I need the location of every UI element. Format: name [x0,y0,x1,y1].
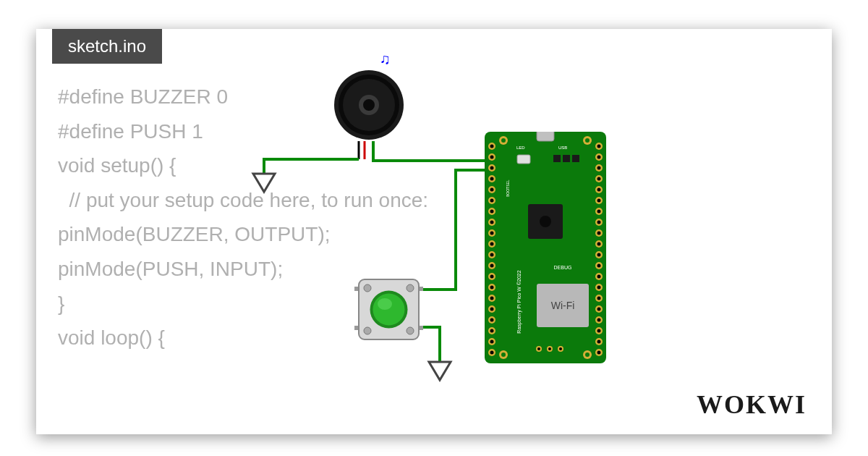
svg-rect-17 [485,132,606,363]
gnd-symbol-1 [253,174,275,192]
svg-point-79 [597,253,601,257]
wokwi-logo: WOKWI [697,389,807,420]
svg-point-39 [490,253,494,257]
svg-point-16 [378,298,392,310]
wires-svg [217,51,723,413]
svg-point-117 [548,347,551,350]
svg-rect-108 [553,155,561,162]
svg-point-29 [490,199,494,203]
svg-point-61 [597,156,601,159]
svg-point-91 [597,318,601,322]
wire-buzzer-pico [373,141,499,161]
svg-point-81 [597,264,601,268]
svg-point-33 [490,221,494,224]
svg-point-55 [490,340,494,344]
svg-point-83 [597,275,601,279]
svg-point-37 [490,242,494,246]
svg-point-45 [490,286,494,290]
svg-point-89 [597,308,601,311]
buzzer-component[interactable] [333,69,405,141]
svg-point-93 [597,329,601,333]
svg-point-73 [597,221,601,224]
svg-point-65 [597,177,601,181]
svg-point-95 [597,340,601,344]
svg-point-99 [501,138,506,143]
svg-point-103 [501,352,506,357]
bootsel-label: BOOTSEL [506,180,510,197]
svg-point-23 [490,166,494,170]
svg-point-49 [490,308,494,311]
svg-point-105 [585,352,590,357]
svg-point-4 [363,99,375,111]
svg-point-101 [585,138,590,143]
debug-label: DEBUG [554,265,572,270]
svg-point-15 [373,294,405,326]
svg-point-47 [490,297,494,300]
svg-point-31 [490,210,494,214]
svg-point-21 [490,156,494,159]
svg-rect-109 [563,155,570,162]
svg-point-27 [490,188,494,192]
editor-card: sketch.ino #define BUZZER 0 #define PUSH… [36,29,832,434]
wire-button-gnd [421,327,440,362]
svg-point-43 [490,275,494,279]
svg-point-57 [490,351,494,355]
svg-point-77 [597,242,601,246]
svg-point-59 [597,145,601,148]
svg-point-51 [490,318,494,322]
svg-point-85 [597,286,601,290]
svg-point-11 [407,284,414,292]
gnd-symbol-2 [429,362,451,380]
svg-point-67 [597,188,601,192]
svg-point-115 [537,347,540,350]
filename-label: sketch.ino [68,36,146,56]
svg-point-75 [597,232,601,235]
led-label: LED [516,145,525,150]
push-button-component[interactable] [354,275,423,344]
svg-point-53 [490,329,494,333]
board-name: Raspberry Pi Pico W ©2022 [516,270,522,333]
wire-button-pico [421,170,494,290]
svg-point-63 [597,166,601,170]
svg-point-97 [597,351,601,355]
circuit-diagram: ♫ [217,51,723,413]
svg-point-19 [490,145,494,148]
wire-gnd1 [264,159,359,174]
svg-point-69 [597,199,601,203]
svg-point-119 [559,347,562,350]
svg-point-35 [490,232,494,235]
svg-point-10 [364,284,371,292]
svg-point-25 [490,177,494,181]
file-tab[interactable]: sketch.ino [52,29,162,64]
svg-rect-106 [537,132,554,141]
svg-point-112 [540,216,551,227]
svg-point-87 [597,297,601,300]
svg-point-12 [364,327,371,334]
wifi-label: Wi-Fi [551,300,575,311]
svg-point-41 [490,264,494,268]
svg-point-71 [597,210,601,214]
svg-rect-107 [517,155,530,164]
raspberry-pi-pico-board[interactable]: Wi-Fi LED USB BOOTSEL DEBUG Raspberry Pi… [485,132,606,363]
svg-point-13 [407,327,414,334]
usb-label: USB [558,145,567,150]
svg-rect-110 [572,155,579,162]
